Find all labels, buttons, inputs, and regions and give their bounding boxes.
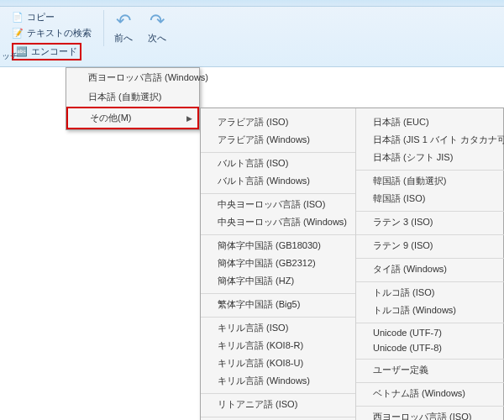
prev-label: 前へ <box>114 32 133 45</box>
encoding-column-1: アラビア語 (ISO)アラビア語 (Windows)バルト言語 (ISO)バルト… <box>201 108 355 420</box>
encoding-column-2: 日本語 (EUC)日本語 (JIS 1 バイト カタカナ可)日本語 (シフト J… <box>355 108 504 420</box>
encoding-option[interactable]: 中央ヨーロッパ言語 (Windows) <box>201 213 355 231</box>
encoding-group: リトアニア語 (ISO) <box>201 393 355 415</box>
encoding-option[interactable]: 日本語 (EUC) <box>356 113 504 131</box>
encode-highlight: 🔤 エンコード <box>12 43 81 60</box>
encoding-submenu: アラビア語 (ISO)アラビア語 (Windows)バルト言語 (ISO)バルト… <box>200 108 504 420</box>
encoding-option[interactable]: アラビア語 (Windows) <box>201 131 355 149</box>
truncated-label: ッチ <box>2 50 18 62</box>
encoding-group: 韓国語 (自動選択)韓国語 (ISO) <box>356 170 504 209</box>
prev-button[interactable]: ↶ 前へ <box>111 10 136 46</box>
encoding-option[interactable]: キリル言語 (Windows) <box>201 372 355 390</box>
toolbar-text-group: 📄 コピー 📝 テキストの検索 🔤 エンコード <box>5 10 98 61</box>
menu-item-other[interactable]: その他(M) ▶ <box>66 107 199 129</box>
encoding-menu: 西ヨーロッパ言語 (Windows) 日本語 (自動選択) その他(M) ▶ <box>66 67 200 130</box>
encoding-group: 西ヨーロッパ言語 (ISO) <box>356 406 504 420</box>
encoding-option[interactable]: キリル言語 (KOI8-R) <box>201 337 355 354</box>
next-label: 次へ <box>148 32 166 45</box>
encoding-group: ベトナム語 (Windows) <box>356 382 504 404</box>
encoding-option[interactable]: バルト言語 (ISO) <box>201 155 355 172</box>
encoding-group: キリル言語 (ISO)キリル言語 (KOI8-R)キリル言語 (KOI8-U)キ… <box>201 317 355 391</box>
menu-item-japanese-auto[interactable]: 日本語 (自動選択) <box>66 87 199 107</box>
encoding-option[interactable]: キリル言語 (ISO) <box>201 319 355 337</box>
encoding-option[interactable]: ベトナム語 (Windows) <box>356 385 504 402</box>
encoding-option[interactable]: 日本語 (JIS 1 バイト カタカナ可) <box>356 131 504 149</box>
encode-button[interactable]: 🔤 エンコード <box>12 42 92 61</box>
encoding-group: バルト言語 (ISO)バルト言語 (Windows) <box>201 152 355 192</box>
encoding-group: ギリシャ語 (ISO)ギリシャ語 (Windows) <box>201 417 355 420</box>
submenu-arrow-icon: ▶ <box>186 114 192 123</box>
encoding-option[interactable]: ユーザー定義 <box>356 361 504 379</box>
find-text-button[interactable]: 📝 テキストの検索 <box>12 26 92 40</box>
encoding-group: ラテン 9 (ISO) <box>356 234 504 256</box>
encoding-option[interactable]: Unicode (UTF-7) <box>356 325 504 340</box>
encoding-option[interactable]: 日本語 (シフト JIS) <box>356 149 504 166</box>
ribbon-tab-strip <box>0 0 504 7</box>
encoding-option[interactable]: トルコ語 (ISO) <box>356 284 504 302</box>
encoding-option[interactable]: 中央ヨーロッパ言語 (ISO) <box>201 196 355 213</box>
encoding-group: ユーザー定義 <box>356 359 504 381</box>
toolbar-nav-group: ↶ 前へ ↷ 次へ <box>103 10 176 46</box>
menu-item-other-label: その他(M) <box>90 112 132 124</box>
prev-icon: ↶ <box>116 12 131 30</box>
encoding-group: 日本語 (EUC)日本語 (JIS 1 バイト カタカナ可)日本語 (シフト J… <box>356 112 504 168</box>
copy-button[interactable]: 📄 コピー <box>12 10 92 24</box>
encoding-option[interactable]: バルト言語 (Windows) <box>201 172 355 190</box>
encoding-option[interactable]: 繁体字中国語 (Big5) <box>201 296 355 313</box>
encoding-group: Unicode (UTF-7)Unicode (UTF-8) <box>356 323 504 357</box>
encoding-group: タイ語 (Windows) <box>356 258 504 280</box>
find-icon: 📝 <box>12 28 24 39</box>
encoding-group: アラビア語 (ISO)アラビア語 (Windows) <box>201 112 355 150</box>
encode-label: エンコード <box>31 45 77 58</box>
encoding-option[interactable]: ラテン 9 (ISO) <box>356 237 504 255</box>
encoding-option[interactable]: アラビア語 (ISO) <box>201 113 355 131</box>
copy-icon: 📄 <box>12 12 24 23</box>
next-icon: ↷ <box>150 12 165 30</box>
encoding-option[interactable]: 簡体字中国語 (GB18030) <box>201 237 355 255</box>
encoding-option[interactable]: 西ヨーロッパ言語 (ISO) <box>356 408 504 420</box>
encoding-option[interactable]: リトアニア語 (ISO) <box>201 396 355 413</box>
encoding-option[interactable]: 簡体字中国語 (HZ) <box>201 272 355 290</box>
encoding-option[interactable]: 韓国語 (自動選択) <box>356 172 504 190</box>
menu-item-west-europe-win[interactable]: 西ヨーロッパ言語 (Windows) <box>66 68 199 87</box>
encoding-option[interactable]: タイ語 (Windows) <box>356 260 504 278</box>
ribbon-toolbar: 📄 コピー 📝 テキストの検索 🔤 エンコード ↶ 前へ ↷ 次へ <box>0 7 504 67</box>
encoding-group: 繁体字中国語 (Big5) <box>201 293 355 315</box>
encoding-group: 中央ヨーロッパ言語 (ISO)中央ヨーロッパ言語 (Windows) <box>201 193 355 233</box>
find-label: テキストの検索 <box>27 27 92 39</box>
encoding-option[interactable]: ラテン 3 (ISO) <box>356 213 504 231</box>
encoding-group: 簡体字中国語 (GB18030)簡体字中国語 (GB2312)簡体字中国語 (H… <box>201 234 355 291</box>
encoding-option[interactable]: Unicode (UTF-8) <box>356 340 504 355</box>
encoding-option[interactable]: 韓国語 (ISO) <box>356 190 504 207</box>
next-button[interactable]: ↷ 次へ <box>144 10 170 46</box>
copy-label: コピー <box>27 11 55 24</box>
encoding-group: ラテン 3 (ISO) <box>356 211 504 233</box>
encoding-option[interactable]: キリル言語 (KOI8-U) <box>201 354 355 372</box>
encoding-option[interactable]: 簡体字中国語 (GB2312) <box>201 255 355 272</box>
encoding-option[interactable]: トルコ語 (Windows) <box>356 302 504 319</box>
encoding-group: トルコ語 (ISO)トルコ語 (Windows) <box>356 281 504 321</box>
